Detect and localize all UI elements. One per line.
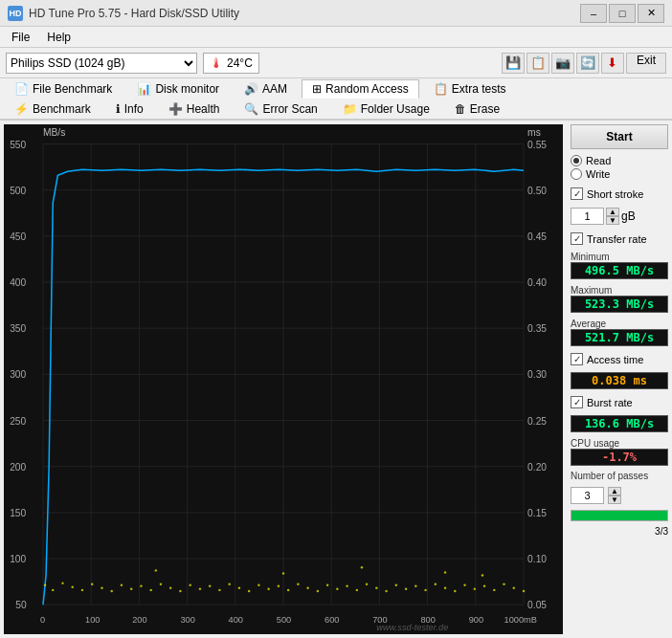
passes-spinner: ▲ ▼ bbox=[608, 487, 621, 504]
start-button[interactable]: Start bbox=[571, 124, 668, 149]
burst-rate-block: 136.6 MB/s bbox=[571, 415, 668, 432]
title-bar: HD HD Tune Pro 5.75 - Hard Disk/SSD Util… bbox=[0, 0, 672, 27]
svg-text:ms: ms bbox=[527, 127, 541, 138]
tab-disk-monitor[interactable]: 📊 Disk monitor bbox=[126, 79, 230, 99]
tab-info[interactable]: ℹ Info bbox=[105, 99, 154, 119]
read-radio[interactable]: Read bbox=[571, 155, 668, 166]
svg-point-74 bbox=[199, 588, 201, 590]
svg-text:0.15: 0.15 bbox=[527, 508, 547, 518]
maximum-value: 523.3 MB/s bbox=[571, 296, 668, 313]
minimum-block: Minimum 496.5 MB/s bbox=[571, 252, 668, 279]
svg-point-101 bbox=[463, 584, 465, 586]
window-controls: – □ ✕ bbox=[580, 4, 664, 23]
menu-help[interactable]: Help bbox=[39, 29, 78, 46]
cpu-usage-label: CPU usage bbox=[571, 438, 668, 449]
passes-up-button[interactable]: ▲ bbox=[608, 487, 621, 495]
close-button[interactable]: ✕ bbox=[638, 4, 664, 23]
download-icon[interactable]: ⬇ bbox=[601, 53, 624, 74]
svg-point-110 bbox=[361, 566, 363, 568]
svg-text:550: 550 bbox=[10, 140, 26, 150]
svg-point-62 bbox=[81, 589, 83, 591]
read-label: Read bbox=[586, 155, 611, 166]
svg-point-66 bbox=[121, 584, 123, 586]
svg-point-105 bbox=[503, 583, 504, 584]
stroke-unit-label: gB bbox=[621, 209, 636, 223]
svg-point-94 bbox=[395, 584, 397, 586]
camera-icon[interactable]: 📷 bbox=[551, 53, 574, 74]
svg-text:0.30: 0.30 bbox=[527, 369, 547, 380]
access-time-label: Access time bbox=[587, 354, 643, 365]
passes-progress-bar bbox=[571, 510, 668, 521]
transfer-rate-label: Transfer rate bbox=[587, 233, 647, 245]
tab-benchmark[interactable]: ⚡ Benchmark bbox=[4, 99, 101, 119]
tab-folder-usage[interactable]: 📁 Folder Usage bbox=[332, 99, 440, 119]
maximize-button[interactable]: □ bbox=[609, 4, 636, 23]
access-time-checkbox[interactable]: Access time bbox=[571, 353, 668, 365]
svg-text:350: 350 bbox=[10, 323, 26, 334]
svg-text:0.40: 0.40 bbox=[527, 277, 547, 288]
write-radio-dot bbox=[571, 168, 582, 180]
maximum-block: Maximum 523.3 MB/s bbox=[571, 285, 668, 313]
hdd-info-icon[interactable]: 💾 bbox=[502, 53, 525, 74]
svg-point-97 bbox=[424, 589, 426, 591]
burst-rate-check bbox=[571, 396, 583, 408]
short-stroke-check bbox=[571, 187, 583, 200]
minimum-label: Minimum bbox=[571, 252, 668, 262]
copy-icon[interactable]: 📋 bbox=[526, 53, 549, 74]
svg-text:100: 100 bbox=[10, 554, 26, 564]
tab-row-1: 📄 File Benchmark 📊 Disk monitor 🔊 AAM ⊞ … bbox=[0, 78, 672, 99]
svg-point-73 bbox=[189, 584, 190, 586]
menu-file[interactable]: File bbox=[4, 29, 37, 46]
svg-point-63 bbox=[91, 583, 93, 584]
tab-erase[interactable]: 🗑 Erase bbox=[444, 99, 510, 119]
tab-error-scan-label: Error Scan bbox=[262, 102, 317, 116]
aam-icon: 🔊 bbox=[244, 82, 258, 96]
device-select[interactable]: Philips SSD (1024 gB) bbox=[6, 53, 197, 74]
svg-point-99 bbox=[444, 587, 446, 589]
svg-point-100 bbox=[454, 590, 456, 592]
svg-point-65 bbox=[110, 590, 112, 592]
svg-text:0.45: 0.45 bbox=[527, 231, 547, 242]
short-stroke-checkbox[interactable]: Short stroke bbox=[571, 187, 668, 200]
svg-point-88 bbox=[336, 588, 338, 590]
svg-point-95 bbox=[405, 588, 407, 590]
tab-health[interactable]: ➕ Health bbox=[158, 99, 231, 119]
tab-disk-monitor-label: Disk monitor bbox=[155, 82, 219, 96]
tab-extra-tests-label: Extra tests bbox=[452, 82, 506, 96]
svg-text:0.05: 0.05 bbox=[527, 600, 547, 610]
disk-monitor-icon: 📊 bbox=[137, 82, 151, 96]
burst-rate-checkbox[interactable]: Burst rate bbox=[571, 396, 668, 408]
svg-point-79 bbox=[248, 590, 250, 592]
short-stroke-label: Short stroke bbox=[587, 188, 643, 200]
svg-point-108 bbox=[155, 569, 157, 571]
transfer-rate-checkbox[interactable]: Transfer rate bbox=[571, 232, 668, 245]
tab-file-benchmark[interactable]: 📄 File Benchmark bbox=[4, 79, 123, 99]
svg-text:0.10: 0.10 bbox=[527, 554, 547, 564]
svg-point-87 bbox=[326, 584, 328, 586]
svg-text:250: 250 bbox=[10, 416, 26, 427]
transfer-rate-check bbox=[571, 232, 583, 245]
svg-point-67 bbox=[130, 588, 132, 590]
tab-extra-tests[interactable]: 📋 Extra tests bbox=[423, 79, 517, 99]
passes-down-button[interactable]: ▼ bbox=[608, 495, 621, 504]
tab-benchmark-label: Benchmark bbox=[33, 102, 91, 116]
menu-bar: File Help bbox=[0, 27, 672, 48]
svg-text:0.50: 0.50 bbox=[527, 186, 547, 196]
minimize-button[interactable]: – bbox=[580, 4, 607, 23]
exit-button[interactable]: Exit bbox=[626, 53, 666, 74]
tab-aam[interactable]: 🔊 AAM bbox=[234, 79, 298, 99]
minimum-value: 496.5 MB/s bbox=[571, 262, 668, 279]
stroke-down-button[interactable]: ▼ bbox=[606, 216, 619, 225]
svg-point-86 bbox=[317, 590, 319, 592]
stroke-up-button[interactable]: ▲ bbox=[606, 208, 619, 216]
erase-icon: 🗑 bbox=[455, 102, 466, 116]
write-radio[interactable]: Write bbox=[571, 168, 668, 180]
tab-error-scan[interactable]: 🔍 Error Scan bbox=[234, 99, 327, 119]
refresh-icon[interactable]: 🔄 bbox=[576, 53, 599, 74]
svg-text:0.55: 0.55 bbox=[527, 140, 547, 150]
tab-random-access[interactable]: ⊞ Random Access bbox=[302, 79, 419, 99]
health-icon: ➕ bbox=[168, 102, 183, 116]
passes-input[interactable] bbox=[571, 487, 604, 504]
svg-point-61 bbox=[71, 586, 73, 588]
stroke-input[interactable] bbox=[571, 208, 604, 225]
